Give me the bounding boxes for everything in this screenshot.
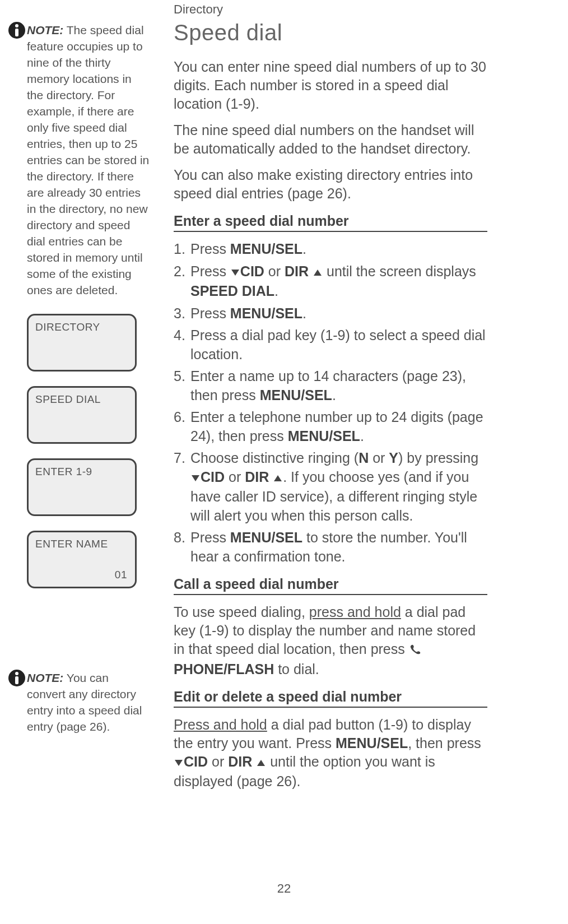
t: /SEL bbox=[271, 305, 302, 321]
t: /SEL bbox=[271, 530, 302, 545]
t: . bbox=[302, 305, 306, 321]
note-label: NOTE: bbox=[27, 671, 63, 684]
t: . bbox=[332, 387, 336, 403]
call-paragraph: To use speed dialing, press and hold a d… bbox=[174, 603, 487, 679]
t: ) by pressing bbox=[398, 450, 478, 466]
section-heading-call: Call a speed dial number bbox=[174, 576, 487, 595]
t: CID bbox=[240, 263, 264, 279]
t: press and hold bbox=[309, 604, 401, 620]
triangle-down-icon bbox=[230, 263, 240, 282]
t: PHONE/ bbox=[174, 661, 227, 677]
lcd-screen-directory: DIRECTORY bbox=[27, 314, 137, 372]
page-title: Speed dial bbox=[174, 20, 487, 45]
triangle-up-icon bbox=[313, 263, 323, 282]
triangle-up-icon bbox=[273, 469, 283, 488]
note-text: The speed dial feature occupies up to ni… bbox=[27, 24, 149, 296]
lcd-line2: 01 bbox=[115, 569, 127, 581]
lcd-screen-enter-1-9: ENTER 1-9 bbox=[27, 458, 137, 516]
lcd-line1: ENTER 1-9 bbox=[35, 466, 128, 478]
t: CID bbox=[184, 754, 208, 769]
phone-icon bbox=[409, 642, 421, 660]
t: Choose distinctive ringing ( bbox=[190, 450, 359, 466]
lcd-line1: DIRECTORY bbox=[35, 321, 128, 333]
intro-p3: You can also make existing directory ent… bbox=[174, 166, 487, 203]
step-1: Press MENU/SEL. bbox=[174, 240, 487, 259]
svg-marker-9 bbox=[274, 475, 282, 481]
lcd-line1: SPEED DIAL bbox=[35, 393, 128, 406]
step-2: Press CID or DIR until the screen displa… bbox=[174, 262, 487, 301]
step-8: Press MENU/SEL to store the number. You'… bbox=[174, 528, 487, 566]
t: Press and hold bbox=[174, 717, 267, 732]
t: or bbox=[225, 469, 245, 485]
info-icon bbox=[6, 19, 28, 41]
t: SEL bbox=[275, 241, 302, 257]
t: Press bbox=[190, 305, 230, 321]
lcd-screen-enter-name: ENTER NAME 01 bbox=[27, 531, 137, 588]
svg-marker-7 bbox=[314, 270, 322, 276]
t: MENU bbox=[288, 428, 329, 444]
t: SPEED DIAL bbox=[190, 283, 274, 299]
info-icon bbox=[6, 667, 28, 689]
main-content: Speed dial You can enter nine speed dial… bbox=[174, 20, 487, 798]
t: DIR bbox=[228, 754, 252, 769]
svg-point-1 bbox=[15, 24, 18, 27]
t: CID bbox=[201, 469, 225, 485]
intro-p1: You can enter nine speed dial numbers of… bbox=[174, 58, 487, 113]
sidebar: NOTE: The speed dial feature occupies up… bbox=[8, 22, 150, 603]
section-header: Directory bbox=[174, 2, 223, 17]
svg-marker-10 bbox=[175, 760, 183, 766]
note-block-1: NOTE: The speed dial feature occupies up… bbox=[8, 22, 150, 298]
svg-rect-2 bbox=[15, 29, 18, 36]
t: MENU bbox=[230, 305, 272, 321]
t: Press bbox=[190, 263, 230, 279]
lcd-line1: ENTER NAME bbox=[35, 538, 128, 550]
svg-marker-8 bbox=[192, 475, 199, 481]
t: FLASH bbox=[227, 661, 274, 677]
triangle-up-icon bbox=[256, 754, 266, 772]
t: MENU/SEL bbox=[336, 735, 408, 751]
step-5: Enter a name up to 14 characters (page 2… bbox=[174, 367, 487, 405]
t: or bbox=[369, 450, 389, 466]
step-7: Choose distinctive ringing (N or Y) by p… bbox=[174, 449, 487, 525]
triangle-down-icon bbox=[190, 469, 201, 488]
section-heading-edit: Edit or delete a speed dial number bbox=[174, 689, 487, 708]
t: to dial. bbox=[274, 661, 319, 677]
t: MENU bbox=[230, 530, 272, 545]
t: or bbox=[264, 263, 285, 279]
svg-rect-5 bbox=[15, 676, 18, 684]
step-4: Press a dial pad key (1-9) to select a s… bbox=[174, 326, 487, 364]
t: N bbox=[359, 450, 369, 466]
step-3: Press MENU/SEL. bbox=[174, 304, 487, 323]
svg-marker-6 bbox=[231, 270, 239, 276]
svg-point-4 bbox=[15, 672, 18, 675]
t: MENU/ bbox=[230, 241, 276, 257]
step-6: Enter a telephone number up to 24 digits… bbox=[174, 408, 487, 445]
intro-p2: The nine speed dial numbers on the hands… bbox=[174, 121, 487, 158]
lcd-screen-speed-dial: SPEED DIAL bbox=[27, 386, 137, 444]
t: or bbox=[208, 754, 228, 769]
t: Y bbox=[389, 450, 398, 466]
page-number: 22 bbox=[0, 881, 568, 896]
t: Press bbox=[190, 241, 230, 257]
manual-page: Directory NOTE: The speed dial feature o… bbox=[0, 0, 568, 924]
edit-paragraph: Press and hold a dial pad button (1-9) t… bbox=[174, 716, 487, 791]
t: MENU bbox=[260, 387, 301, 403]
t: /SEL bbox=[301, 387, 332, 403]
svg-marker-11 bbox=[257, 760, 265, 766]
t: /SEL bbox=[329, 428, 360, 444]
t: To use speed dialing, bbox=[174, 604, 309, 620]
t: until the screen displays bbox=[323, 263, 476, 279]
t: . bbox=[302, 241, 306, 257]
note-label: NOTE: bbox=[27, 24, 63, 36]
triangle-down-icon bbox=[174, 754, 184, 772]
t: DIR bbox=[285, 263, 309, 279]
t: Press bbox=[190, 530, 230, 545]
t: . bbox=[360, 428, 364, 444]
t: , then press bbox=[408, 735, 481, 751]
steps-list: Press MENU/SEL. Press CID or DIR until t… bbox=[174, 240, 487, 566]
note-block-2: NOTE: You can convert any directory entr… bbox=[8, 670, 150, 735]
t: . bbox=[274, 283, 278, 299]
t: DIR bbox=[245, 469, 269, 485]
section-heading-enter: Enter a speed dial number bbox=[174, 213, 487, 232]
